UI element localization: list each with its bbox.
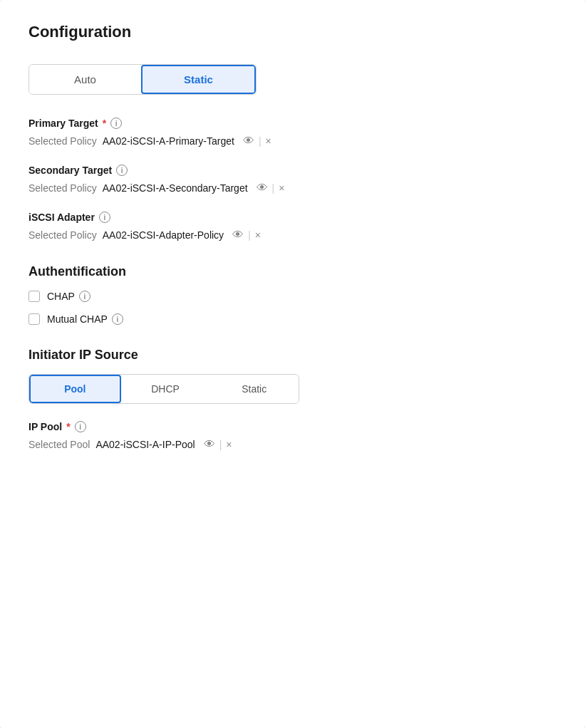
iscsi-adapter-view-icon[interactable]: 👁 bbox=[232, 229, 244, 241]
page-title: Configuration bbox=[29, 23, 556, 41]
mutual-chap-label: Mutual CHAP i bbox=[47, 313, 123, 325]
secondary-target-actions: 👁 | × bbox=[257, 182, 285, 194]
secondary-target-close-icon[interactable]: × bbox=[279, 182, 284, 194]
primary-target-view-icon[interactable]: 👁 bbox=[243, 135, 254, 147]
ip-pool-required: * bbox=[66, 421, 70, 432]
primary-target-close-icon[interactable]: × bbox=[266, 135, 271, 147]
iscsi-adapter-divider: | bbox=[248, 229, 251, 241]
chap-label: CHAP i bbox=[47, 291, 90, 302]
iscsi-adapter-policy-row: Selected Policy AA02-iSCSI-Adapter-Polic… bbox=[29, 229, 556, 241]
authentication-heading: Authentification bbox=[29, 264, 556, 279]
ip-pool-close-icon[interactable]: × bbox=[226, 439, 232, 450]
chap-info-icon[interactable]: i bbox=[79, 291, 90, 302]
authentication-heading-section: Authentification bbox=[29, 264, 556, 279]
primary-target-divider: | bbox=[259, 135, 262, 147]
static-toggle-button[interactable]: Static bbox=[141, 65, 256, 94]
primary-target-policy-value: AA02-iSCSI-A-Primary-Target bbox=[103, 135, 234, 147]
ip-pool-actions: 👁 | × bbox=[204, 438, 232, 451]
secondary-target-policy-value: AA02-iSCSI-A-Secondary-Target bbox=[103, 182, 248, 194]
initiator-ip-source-heading-section: Initiator IP Source bbox=[29, 348, 556, 363]
iscsi-adapter-label: iSCSI Adapter i bbox=[29, 212, 556, 223]
ip-pool-selected-label: Selected Pool bbox=[29, 439, 90, 450]
mutual-chap-checkbox[interactable] bbox=[29, 313, 40, 325]
primary-target-info-icon[interactable]: i bbox=[110, 118, 122, 129]
configuration-card: Configuration Auto Static Primary Target… bbox=[0, 0, 585, 728]
config-toggle-group: Auto Static bbox=[29, 64, 257, 95]
secondary-target-policy-row: Selected Policy AA02-iSCSI-A-Secondary-T… bbox=[29, 182, 556, 194]
ip-pool-divider: | bbox=[219, 439, 222, 450]
ip-source-toggle-group: Pool DHCP Static bbox=[29, 374, 299, 404]
iscsi-adapter-actions: 👁 | × bbox=[232, 229, 261, 241]
ip-pool-selected-value: AA02-iSCSI-A-IP-Pool bbox=[95, 439, 195, 450]
primary-target-policy-label: Selected Policy bbox=[29, 135, 97, 147]
ip-pool-view-icon[interactable]: 👁 bbox=[204, 438, 215, 451]
static-ip-toggle-button[interactable]: Static bbox=[209, 375, 299, 403]
ip-pool-label: IP Pool * i bbox=[29, 421, 556, 432]
secondary-target-policy-label: Selected Policy bbox=[29, 182, 97, 194]
pool-toggle-button[interactable]: Pool bbox=[29, 375, 121, 403]
secondary-target-label: Secondary Target i bbox=[29, 165, 556, 176]
primary-target-label: Primary Target * i bbox=[29, 118, 556, 129]
secondary-target-section: Secondary Target i Selected Policy AA02-… bbox=[29, 165, 556, 194]
iscsi-adapter-info-icon[interactable]: i bbox=[99, 212, 110, 223]
mutual-chap-info-icon[interactable]: i bbox=[112, 313, 123, 325]
secondary-target-divider: | bbox=[272, 182, 275, 194]
mutual-chap-checkbox-row: Mutual CHAP i bbox=[29, 313, 556, 325]
primary-target-policy-row: Selected Policy AA02-iSCSI-A-Primary-Tar… bbox=[29, 135, 556, 147]
dhcp-toggle-button[interactable]: DHCP bbox=[121, 375, 210, 403]
primary-target-required: * bbox=[103, 118, 106, 129]
ip-pool-info-icon[interactable]: i bbox=[75, 421, 86, 432]
iscsi-adapter-policy-value: AA02-iSCSI-Adapter-Policy bbox=[103, 229, 224, 241]
chap-checkbox-row: CHAP i bbox=[29, 291, 556, 302]
iscsi-adapter-close-icon[interactable]: × bbox=[255, 229, 261, 241]
secondary-target-view-icon[interactable]: 👁 bbox=[257, 182, 268, 194]
secondary-target-info-icon[interactable]: i bbox=[116, 165, 128, 176]
ip-pool-section: IP Pool * i Selected Pool AA02-iSCSI-A-I… bbox=[29, 421, 556, 451]
auto-toggle-button[interactable]: Auto bbox=[29, 65, 141, 94]
primary-target-actions: 👁 | × bbox=[243, 135, 271, 147]
chap-checkbox[interactable] bbox=[29, 291, 40, 302]
iscsi-adapter-section: iSCSI Adapter i Selected Policy AA02-iSC… bbox=[29, 212, 556, 241]
ip-pool-policy-row: Selected Pool AA02-iSCSI-A-IP-Pool 👁 | × bbox=[29, 438, 556, 451]
iscsi-adapter-policy-label: Selected Policy bbox=[29, 229, 97, 241]
primary-target-section: Primary Target * i Selected Policy AA02-… bbox=[29, 118, 556, 147]
initiator-ip-source-heading: Initiator IP Source bbox=[29, 348, 556, 363]
